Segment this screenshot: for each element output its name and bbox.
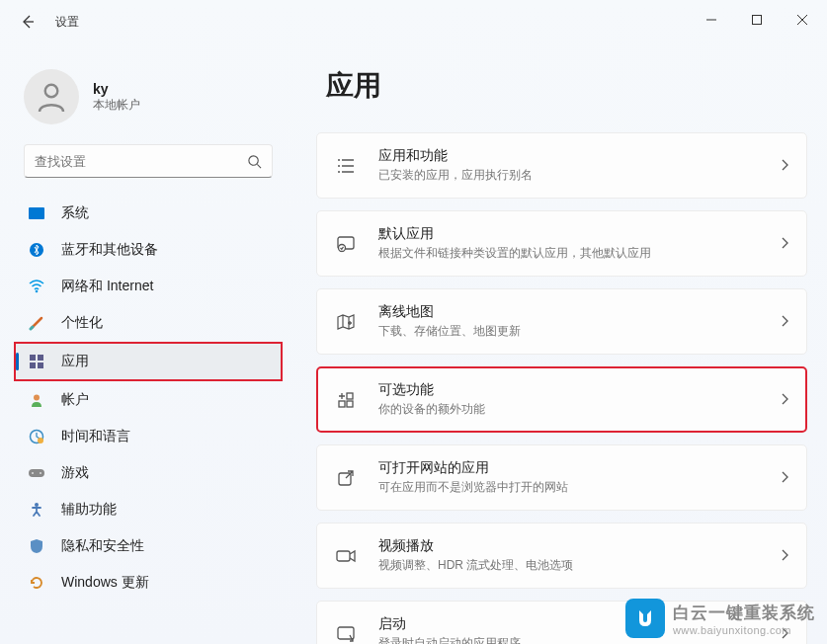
svg-rect-13 [29, 469, 44, 477]
nav-list: 系统 蓝牙和其他设备 网络和 Internet 个性化 应用 帐户 时间和语言 [8, 196, 289, 601]
svg-rect-0 [753, 16, 762, 25]
nav-accessibility[interactable]: 辅助功能 [14, 492, 283, 527]
open-external-icon [335, 467, 357, 489]
card-apps-features[interactable]: 应用和功能 已安装的应用，应用执行别名 [316, 132, 807, 199]
nav-bluetooth[interactable]: 蓝牙和其他设备 [14, 232, 283, 268]
maximize-button[interactable] [734, 4, 780, 36]
close-button[interactable] [780, 4, 825, 36]
chevron-right-icon [781, 235, 788, 253]
nav-network[interactable]: 网络和 Internet [14, 269, 283, 304]
shield-icon [28, 537, 45, 555]
card-subtitle: 已安装的应用，应用执行别名 [378, 167, 759, 184]
search-icon [247, 154, 262, 169]
maximize-icon [752, 15, 762, 25]
video-icon [335, 545, 357, 567]
svg-rect-6 [30, 355, 36, 361]
map-icon [335, 311, 357, 333]
svg-point-10 [34, 395, 40, 401]
card-offline-maps[interactable]: 离线地图 下载、存储位置、地图更新 [316, 288, 807, 355]
account-icon [28, 391, 45, 409]
nav-system[interactable]: 系统 [14, 196, 283, 231]
card-subtitle: 下载、存储位置、地图更新 [378, 323, 759, 340]
svg-point-2 [249, 155, 258, 164]
chevron-right-icon [781, 313, 788, 331]
card-title: 应用和功能 [378, 147, 759, 165]
back-arrow-icon [20, 14, 36, 30]
brush-icon [28, 314, 45, 332]
apps-icon [28, 353, 45, 370]
card-video[interactable]: 视频播放 视频调整、HDR 流式处理、电池选项 [316, 523, 807, 589]
chevron-right-icon [781, 157, 788, 175]
watermark-badge-icon [625, 599, 665, 638]
card-subtitle: 你的设备的额外功能 [378, 401, 759, 418]
app-title: 设置 [55, 14, 79, 31]
svg-rect-8 [30, 362, 36, 368]
startup-icon [335, 623, 357, 645]
chevron-right-icon [781, 391, 788, 409]
search-box[interactable] [24, 144, 273, 178]
nav-label: 系统 [61, 204, 89, 222]
nav-label: 时间和语言 [61, 428, 130, 445]
card-default-apps[interactable]: 默认应用 根据文件和链接种类设置的默认应用，其他默认应用 [316, 210, 807, 277]
nav-account[interactable]: 帐户 [14, 382, 283, 418]
watermark: 白云一键重装系统 www.baiyunxitong.com [625, 599, 815, 638]
svg-point-15 [40, 472, 41, 474]
nav-label: 网络和 Internet [61, 278, 153, 295]
card-title: 默认应用 [378, 225, 759, 243]
nav-update[interactable]: Windows 更新 [14, 565, 283, 601]
card-title: 离线地图 [378, 303, 759, 321]
titlebar: 设置 [0, 0, 827, 40]
svg-rect-23 [337, 551, 350, 561]
list-icon [335, 155, 357, 177]
back-button[interactable] [18, 12, 38, 32]
card-website-apps[interactable]: 可打开网站的应用 可在应用而不是浏览器中打开的网站 [316, 444, 807, 511]
main-content: 应用 应用和功能 已安装的应用，应用执行别名 默认应用 根据文件和链接种类设置的… [316, 49, 807, 644]
gamepad-icon [28, 464, 45, 482]
svg-point-12 [38, 438, 43, 443]
chevron-right-icon [781, 547, 788, 565]
person-icon [34, 79, 69, 115]
page-title: 应用 [326, 67, 807, 105]
nav-label: 应用 [61, 353, 89, 370]
minimize-button[interactable] [689, 4, 734, 36]
nav-privacy[interactable]: 隐私和安全性 [14, 528, 283, 564]
sidebar: ky 本地帐户 系统 蓝牙和其他设备 网络和 Internet 个性化 应用 [0, 49, 296, 611]
accessibility-icon [28, 501, 45, 519]
card-title: 可选功能 [378, 381, 759, 399]
bluetooth-icon [28, 241, 45, 259]
svg-rect-19 [339, 401, 345, 407]
card-subtitle: 视频调整、HDR 流式处理、电池选项 [378, 557, 759, 574]
search-input[interactable] [35, 154, 247, 169]
avatar [24, 69, 79, 124]
settings-cards: 应用和功能 已安装的应用，应用执行别名 默认应用 根据文件和链接种类设置的默认应… [316, 132, 807, 644]
nav-gaming[interactable]: 游戏 [14, 455, 283, 491]
nav-apps[interactable]: 应用 [14, 342, 283, 381]
svg-point-5 [36, 290, 39, 293]
nav-personalize[interactable]: 个性化 [14, 305, 283, 341]
svg-point-1 [45, 85, 58, 98]
nav-label: 帐户 [61, 391, 89, 409]
svg-rect-7 [38, 355, 43, 361]
svg-rect-21 [347, 393, 353, 399]
svg-point-14 [32, 472, 34, 474]
card-subtitle: 根据文件和链接种类设置的默认应用，其他默认应用 [378, 245, 759, 262]
svg-rect-20 [347, 401, 353, 407]
profile-subtitle: 本地帐户 [93, 97, 140, 114]
update-icon [28, 574, 45, 592]
minimize-icon [706, 15, 716, 25]
nav-label: 游戏 [61, 464, 89, 482]
close-icon [797, 15, 807, 25]
profile-block[interactable]: ky 本地帐户 [8, 59, 289, 144]
profile-name: ky [93, 81, 140, 97]
card-subtitle: 可在应用而不是浏览器中打开的网站 [378, 479, 759, 496]
card-optional-features[interactable]: 可选功能 你的设备的额外功能 [316, 366, 807, 433]
clock-globe-icon [28, 428, 45, 445]
nav-label: 隐私和安全性 [61, 537, 144, 555]
watermark-title: 白云一键重装系统 [673, 602, 815, 624]
system-icon [28, 204, 45, 222]
nav-time[interactable]: 时间和语言 [14, 419, 283, 454]
svg-rect-3 [29, 207, 44, 219]
default-apps-icon [335, 233, 357, 255]
svg-rect-9 [38, 362, 43, 368]
wifi-icon [28, 278, 45, 295]
